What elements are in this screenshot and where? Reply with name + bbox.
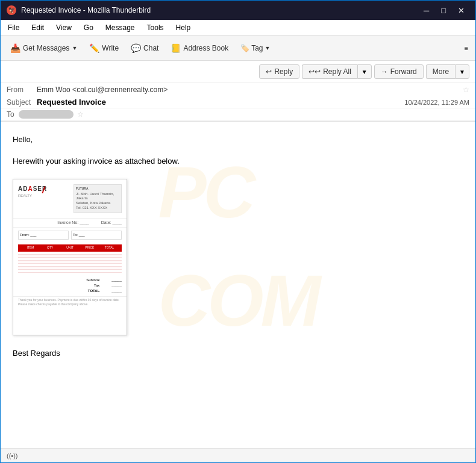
connection-icon: ((•))	[7, 452, 18, 459]
main-window: 🦅 Requested Invoice - Mozilla Thunderbir…	[0, 0, 476, 463]
chat-label: Chat	[143, 44, 158, 52]
forward-button[interactable]: → Forward	[374, 64, 424, 79]
menu-message[interactable]: Message	[101, 22, 140, 33]
address-book-label: Address Book	[183, 44, 228, 52]
chat-icon: 💬	[131, 43, 141, 53]
invoice-attachment[interactable]: ADASER REALTY / FUTURA Jl. Moh. Husni Th…	[13, 179, 127, 335]
invoice-meta-fields: Invoice No: ____ Date: ____	[18, 220, 122, 226]
total-value: _____	[111, 288, 122, 294]
write-button[interactable]: ✏️ Write	[84, 41, 124, 55]
invoice-address-line2: Selatan, Kota Jakarta	[76, 201, 119, 206]
invoice-title-section: Invoice No: ____ Date: ____	[13, 218, 127, 228]
menu-file[interactable]: File	[3, 22, 24, 33]
title-bar: 🦅 Requested Invoice - Mozilla Thunderbir…	[1, 1, 475, 20]
tag-label: Tag	[251, 44, 263, 52]
reply-all-icon: ↩↩	[308, 67, 321, 76]
write-icon: ✏️	[89, 43, 99, 53]
reply-icon: ↩	[266, 67, 272, 76]
more-group: More ▼	[426, 64, 469, 79]
greeting-text: Hello,	[13, 134, 463, 146]
subtotal-value: _____	[111, 278, 122, 283]
to-star-icon[interactable]: ☆	[77, 110, 84, 119]
tag-icon: 🏷️	[240, 44, 249, 52]
invoice-table-header: ITEM QTY UNIT PRICE TOTAL	[18, 244, 122, 252]
signature-text: Best Regards	[13, 347, 463, 359]
reply-all-group: ↩↩ Reply All ▼	[302, 64, 372, 79]
more-label: More	[433, 67, 449, 76]
address-book-button[interactable]: 📒 Address Book	[166, 41, 233, 55]
email-header: ↩ Reply ↩↩ Reply All ▼ → Forward More ▼	[1, 61, 475, 122]
invoice-fields-section: From: ___ To: ___	[13, 229, 127, 242]
invoice-from-to: From: ___ To: ___	[18, 231, 122, 240]
toolbar: 📥 Get Messages ▼ ✏️ Write 💬 Chat 📒 Addre…	[1, 36, 475, 61]
menu-tools[interactable]: Tools	[142, 22, 169, 33]
window-controls: ─ □ ✕	[419, 5, 469, 16]
from-star-icon[interactable]: ☆	[463, 85, 469, 94]
forward-label: Forward	[390, 67, 417, 76]
tag-button[interactable]: 🏷️ Tag ▼	[236, 42, 275, 54]
tag-chevron: ▼	[265, 45, 271, 51]
col-total: TOTAL	[99, 246, 119, 250]
reply-label: Reply	[274, 67, 293, 76]
menu-view[interactable]: View	[51, 22, 77, 33]
email-actions: ↩ Reply ↩↩ Reply All ▼ → Forward More ▼	[1, 61, 475, 83]
invoice-totals-section: Subtotal _____ Tax _____ TOTAL _____	[13, 275, 127, 296]
email-date: 10/24/2022, 11:29 AM	[404, 99, 469, 106]
email-body-container: PCCOM Hello, Herewith your asking invoic…	[1, 122, 475, 448]
invoice-to-field: To: ___	[71, 231, 122, 240]
body-text: Herewith your asking invoice as attached…	[13, 155, 463, 167]
col-qty: QTY	[40, 246, 60, 250]
reply-all-button[interactable]: ↩↩ Reply All	[302, 64, 357, 79]
subject-value: Requested Invoice	[37, 98, 404, 107]
menu-bar: File Edit View Go Message Tools Help	[1, 20, 475, 36]
invoice-table: ITEM QTY UNIT PRICE TOTAL	[18, 244, 122, 273]
invoice-header: ADASER REALTY / FUTURA Jl. Moh. Husni Th…	[13, 179, 127, 218]
subject-label: Subject	[7, 98, 37, 107]
status-bar: ((•))	[1, 448, 475, 462]
app-icon: 🦅	[7, 5, 16, 15]
more-dropdown[interactable]: ▼	[455, 64, 469, 79]
invoice-address-line1: Jl. Moh. Husni Thamrin, Jakarta	[76, 192, 119, 202]
hamburger-button[interactable]: ≡	[462, 42, 471, 54]
forward-icon: →	[381, 67, 388, 76]
invoice-futura-label: FUTURA	[76, 187, 119, 191]
menu-edit[interactable]: Edit	[27, 22, 49, 33]
invoice-address-line3: Tel. 021 XXX XXXX	[76, 206, 119, 211]
email-body: PCCOM Hello, Herewith your asking invoic…	[1, 122, 475, 371]
from-row: From Emm Woo <col.cul@crennenrealty.com>…	[1, 83, 475, 96]
invoice-from-field: From: ___	[18, 231, 69, 240]
invoice-address-box: FUTURA Jl. Moh. Husni Thamrin, Jakarta S…	[74, 184, 122, 213]
invoice-invoice-no: Invoice No: ____	[57, 220, 89, 226]
from-label: From	[7, 85, 37, 94]
invoice-logo-area: ADASER REALTY /	[18, 184, 47, 199]
menu-go[interactable]: Go	[79, 22, 98, 33]
subject-row: Subject Requested Invoice 10/24/2022, 11…	[1, 96, 475, 108]
get-messages-icon: 📥	[10, 43, 20, 53]
more-button[interactable]: More	[426, 64, 455, 79]
table-row	[18, 270, 122, 273]
to-recipient	[19, 110, 74, 119]
get-messages-label: Get Messages	[23, 44, 69, 52]
invoice-date-field: Date: ____	[101, 220, 122, 226]
tax-label: Tax	[94, 283, 99, 288]
window-title: Requested Invoice - Mozilla Thunderbird	[21, 6, 414, 14]
total-label: TOTAL	[88, 288, 99, 294]
chat-button[interactable]: 💬 Chat	[126, 41, 163, 55]
email-content: Hello, Herewith your asking invoice as a…	[13, 134, 463, 359]
write-label: Write	[102, 44, 119, 52]
reply-all-dropdown[interactable]: ▼	[357, 64, 372, 79]
invoice-total-row: TOTAL _____	[18, 288, 122, 294]
from-value: Emm Woo <col.cul@crennenrealty.com>	[37, 85, 459, 94]
invoice-tax-row: Tax _____	[18, 283, 122, 288]
tax-value: _____	[111, 283, 122, 288]
minimize-button[interactable]: ─	[419, 5, 434, 16]
maximize-button[interactable]: □	[436, 5, 451, 16]
invoice-footer-text: Thank you for your business. Payment is …	[13, 296, 127, 308]
col-item: ITEM	[20, 246, 40, 250]
close-button[interactable]: ✕	[453, 5, 469, 16]
get-messages-button[interactable]: 📥 Get Messages ▼	[5, 41, 82, 55]
invoice-subtotal-row: Subtotal _____	[18, 278, 122, 283]
reply-button[interactable]: ↩ Reply	[259, 64, 299, 79]
to-label: To	[7, 110, 19, 119]
menu-help[interactable]: Help	[171, 22, 196, 33]
